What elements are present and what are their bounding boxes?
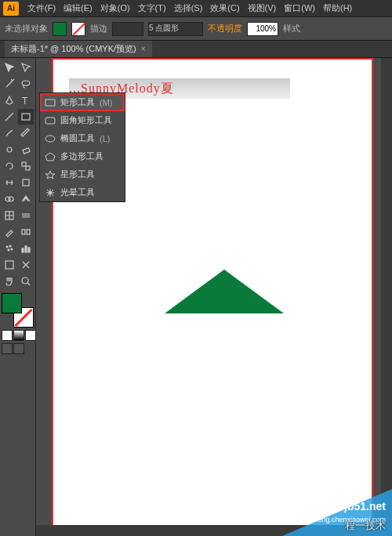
- pen-tool[interactable]: [2, 92, 17, 108]
- color-mode-none[interactable]: [25, 330, 36, 341]
- svg-point-16: [8, 249, 9, 251]
- shape-tool-flyout: 矩形工具 (M) 圆角矩形工具 椭圆工具 (L) 多边形工具 星形工具 光晕工具: [39, 92, 125, 202]
- selection-tool[interactable]: [2, 60, 17, 75]
- brush-select[interactable]: 5 点圆形: [148, 22, 203, 36]
- shape-builder-tool[interactable]: [2, 191, 17, 207]
- menu-object[interactable]: 对象(O): [96, 2, 134, 14]
- toolbar: T: [0, 58, 36, 536]
- triangle-shape: [165, 270, 284, 313]
- type-tool[interactable]: T: [18, 92, 34, 108]
- scrollbar-horizontal[interactable]: [36, 525, 392, 536]
- svg-point-0: [22, 81, 30, 85]
- flyout-item-label: 多边形工具: [60, 150, 103, 162]
- menu-bar: Ai 文件(F) 编辑(E) 对象(O) 文字(T) 选择(S) 效果(C) 视…: [0, 0, 392, 17]
- scrollbar-vertical[interactable]: [381, 58, 392, 536]
- svg-rect-5: [22, 162, 26, 166]
- svg-rect-24: [45, 118, 55, 124]
- color-mode-gradient[interactable]: [13, 330, 24, 341]
- svg-marker-26: [45, 153, 55, 161]
- flyout-item-label: 光晕工具: [60, 187, 95, 198]
- free-transform-tool[interactable]: [18, 175, 34, 190]
- menu-select[interactable]: 选择(S): [170, 2, 207, 14]
- app-icon: Ai: [3, 2, 19, 16]
- menu-window[interactable]: 窗口(W): [280, 2, 319, 14]
- svg-rect-2: [22, 114, 30, 120]
- svg-marker-27: [45, 171, 55, 179]
- symbol-sprayer-tool[interactable]: [2, 241, 17, 256]
- fill-swatch[interactable]: [53, 22, 67, 36]
- svg-rect-19: [25, 246, 27, 252]
- slice-tool[interactable]: [18, 257, 34, 273]
- hand-tool[interactable]: [2, 273, 17, 289]
- pencil-tool[interactable]: [18, 125, 34, 141]
- rotate-tool[interactable]: [2, 158, 17, 174]
- svg-point-9: [9, 197, 13, 201]
- eraser-tool[interactable]: [18, 142, 34, 158]
- flyout-item-label: 星形工具: [60, 168, 95, 180]
- flyout-item-label: 矩形工具: [60, 96, 95, 108]
- flare-icon: [45, 188, 56, 197]
- opacity-label: 不透明度: [208, 23, 242, 34]
- flyout-item-key: (L): [100, 134, 110, 143]
- document-tab-title: 未标题-1* @ 100% (CMYK/预览): [11, 43, 136, 55]
- roundrect-icon: [45, 116, 56, 125]
- screen-mode-normal[interactable]: [2, 343, 13, 354]
- scale-tool[interactable]: [18, 158, 34, 174]
- fill-color-icon[interactable]: [2, 293, 22, 313]
- menu-help[interactable]: 帮助(H): [319, 2, 356, 14]
- perspective-grid-tool[interactable]: [18, 191, 34, 207]
- fill-stroke-color[interactable]: [2, 293, 34, 328]
- svg-rect-13: [27, 230, 30, 234]
- stroke-weight-input[interactable]: [112, 22, 143, 36]
- lasso-tool[interactable]: [18, 76, 34, 92]
- menu-file[interactable]: 文件(F): [24, 2, 60, 14]
- menu-type[interactable]: 文字(T): [134, 2, 170, 14]
- svg-point-15: [9, 245, 11, 247]
- svg-rect-4: [23, 148, 30, 154]
- line-tool[interactable]: [2, 109, 17, 125]
- flyout-rectangle-tool[interactable]: 矩形工具 (M): [40, 93, 125, 111]
- zoom-tool[interactable]: [18, 273, 34, 289]
- width-tool[interactable]: [2, 175, 17, 190]
- svg-rect-23: [45, 100, 55, 106]
- magic-wand-tool[interactable]: [2, 76, 17, 92]
- menu-view[interactable]: 视图(V): [244, 2, 281, 14]
- blob-brush-tool[interactable]: [2, 142, 17, 158]
- svg-rect-12: [22, 230, 25, 234]
- ellipse-icon: [45, 134, 56, 143]
- gradient-tool[interactable]: [18, 208, 34, 223]
- flyout-rounded-rectangle-tool[interactable]: 圆角矩形工具: [40, 111, 125, 129]
- options-bar: 未选择对象 描边 5 点圆形 不透明度 样式: [0, 17, 392, 41]
- flyout-ellipse-tool[interactable]: 椭圆工具 (L): [40, 129, 125, 147]
- svg-rect-7: [23, 179, 29, 186]
- menu-effect[interactable]: 效果(C): [206, 2, 243, 14]
- mesh-tool[interactable]: [2, 208, 17, 223]
- polygon-icon: [45, 152, 56, 161]
- color-mode-solid[interactable]: [2, 330, 13, 341]
- svg-rect-18: [22, 248, 24, 252]
- menu-edit[interactable]: 编辑(E): [60, 2, 96, 14]
- direct-selection-tool[interactable]: [18, 60, 34, 75]
- svg-point-17: [11, 248, 13, 250]
- document-tab[interactable]: 未标题-1* @ 100% (CMYK/预览) ×: [5, 41, 152, 57]
- flyout-star-tool[interactable]: 星形工具: [40, 165, 125, 183]
- document-tab-bar: 未标题-1* @ 100% (CMYK/预览) ×: [0, 41, 392, 58]
- artboard-tool[interactable]: [2, 257, 17, 273]
- stroke-swatch[interactable]: [71, 22, 85, 36]
- flyout-item-label: 椭圆工具: [60, 132, 95, 144]
- opacity-input[interactable]: [247, 22, 278, 36]
- no-selection-label: 未选择对象: [5, 23, 48, 34]
- column-graph-tool[interactable]: [18, 241, 34, 256]
- screen-mode-full[interactable]: [13, 343, 24, 354]
- close-icon[interactable]: ×: [141, 45, 146, 53]
- rectangle-tool[interactable]: [18, 109, 34, 125]
- eyedropper-tool[interactable]: [2, 224, 17, 240]
- flyout-flare-tool[interactable]: 光晕工具: [40, 183, 125, 201]
- paintbrush-tool[interactable]: [2, 125, 17, 141]
- svg-text:T: T: [22, 96, 28, 106]
- svg-point-3: [7, 147, 12, 152]
- blend-tool[interactable]: [18, 224, 34, 240]
- style-label: 样式: [283, 23, 300, 34]
- flyout-polygon-tool[interactable]: 多边形工具: [40, 147, 125, 165]
- svg-point-14: [6, 246, 8, 248]
